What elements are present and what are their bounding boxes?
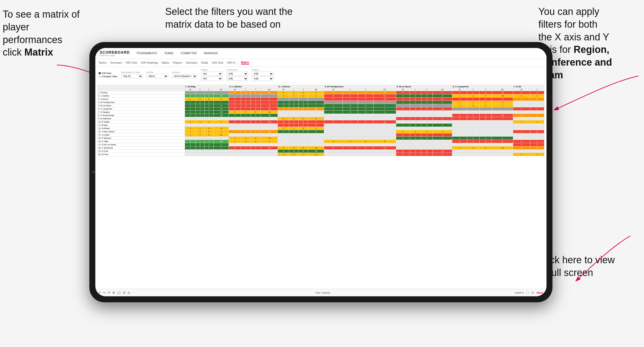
matrix-cell: 0	[298, 120, 308, 124]
nav-committee[interactable]: COMMITTEE	[180, 52, 198, 55]
matrix-cell: 1	[278, 94, 289, 98]
nav-rankings[interactable]: RANKINGS	[203, 52, 219, 55]
matrix-cell: 0	[324, 146, 343, 150]
matrix-cell: 1	[185, 130, 196, 133]
redo-icon[interactable]: ↪	[103, 291, 106, 294]
player-name: 20. M Ford	[98, 153, 185, 156]
matrix-cell: 0	[229, 101, 241, 104]
tab-players[interactable]: Players	[173, 61, 182, 64]
matrix-cell: 1	[513, 120, 530, 124]
minus-icon[interactable]: ⊟	[123, 291, 125, 294]
matrix-cell: 0	[421, 153, 432, 156]
tab-h2h-h[interactable]: H2H H...	[227, 61, 237, 64]
matrix-cell: 3	[530, 130, 544, 133]
tab-h2h-heatmap[interactable]: H2H Heatmap	[141, 61, 158, 64]
fullscreen-icon[interactable]: ⛶	[526, 291, 529, 294]
matrix-cell	[358, 127, 373, 130]
sh-6-dif: Dif	[492, 88, 513, 91]
tab-teams[interactable]: Teams	[99, 61, 106, 64]
nav-tournaments[interactable]: TOURNAMENTS	[135, 52, 158, 55]
tab-summary2[interactable]: Summary	[186, 61, 197, 64]
matrix-cell	[298, 114, 308, 117]
matrix-cell	[289, 140, 298, 143]
matrix-cell: 0	[251, 130, 261, 133]
max-players-select[interactable]: Top 25	[121, 74, 143, 78]
matrix-cell: 1	[308, 127, 324, 130]
matrix-cell: 3	[278, 153, 289, 156]
matrix-cell: 1	[308, 104, 324, 107]
full-view-radio[interactable]: Full View	[99, 72, 117, 75]
tab-h2h-grid2[interactable]: H2H Grid	[212, 61, 223, 64]
division-select[interactable]: NCAA Division I	[172, 74, 197, 78]
matrix-cell	[530, 111, 544, 114]
matrix-cell: 4	[289, 107, 298, 111]
tab-summary[interactable]: Summary	[110, 61, 122, 64]
matrix-cell: 0	[358, 107, 373, 111]
matrix-cell: 2	[452, 137, 467, 140]
matrix-cell	[373, 143, 396, 146]
matrix-cell: 8	[373, 140, 396, 143]
matrix-cell: 0	[289, 101, 298, 104]
watch-button[interactable]: Watch ▾	[515, 291, 524, 294]
matrix-cell	[530, 137, 544, 140]
sh-3-dif: Dif	[308, 88, 324, 91]
tab-detail[interactable]: Detail	[201, 61, 208, 64]
matrix-cell: 0	[343, 107, 358, 111]
plus-icon[interactable]: ⊕	[112, 291, 115, 294]
nav-teams[interactable]: TEAMS	[163, 52, 174, 55]
ann-right-line1: You can apply	[538, 6, 599, 17]
matrix-cell	[358, 137, 373, 140]
matrix-cell	[298, 111, 308, 114]
matrix-cell: 0	[421, 98, 432, 101]
refresh-icon[interactable]: ⟳	[108, 291, 110, 294]
matrix-cell	[452, 111, 467, 114]
matrix-cell	[467, 111, 479, 114]
player-name: 17. S De La Fuente	[98, 143, 185, 146]
region-select2[interactable]: N/A	[201, 76, 223, 81]
matrix-cell	[467, 127, 479, 130]
settings-icon[interactable]: ⚙	[532, 291, 534, 294]
matrix-cell: 11	[432, 98, 452, 101]
matrix-cell	[421, 114, 432, 117]
tab-h2h-grid[interactable]: H2H Grid	[126, 61, 137, 64]
matrix-cell: 13	[432, 150, 452, 153]
matrix-cell: 1	[467, 140, 479, 143]
matrix-cell	[343, 153, 358, 156]
matrix-cell: 0	[396, 91, 410, 94]
table-row: 13. J Skov Olesen110-3120-151001220-113	[98, 130, 544, 133]
gender-select[interactable]: Men's	[147, 74, 168, 78]
undo-icon[interactable]: ↩	[99, 291, 101, 294]
players-select2[interactable]: (All)	[252, 76, 274, 81]
grid-icon[interactable]: ⬜	[117, 291, 121, 294]
matrix-cell	[213, 117, 229, 120]
conference-select2[interactable]: (All)	[226, 76, 248, 81]
matrix-cell: 0	[479, 91, 492, 94]
matrix-cell	[373, 130, 396, 133]
matrix-cell: -1	[432, 130, 452, 133]
players-select1[interactable]: (All)	[252, 72, 274, 76]
matrix-cell	[289, 111, 298, 114]
share-button[interactable]: Share	[536, 291, 543, 294]
circle-icon[interactable]: ◎	[128, 291, 130, 294]
region-select1[interactable]: N/A	[201, 72, 223, 76]
sh-1-t: T	[204, 88, 213, 91]
tablet-camera	[92, 171, 95, 174]
tab-matrix-active[interactable]: Matrix	[241, 61, 249, 65]
matrix-cell	[196, 137, 204, 140]
tablet-screen: SCOREBOARD Powered by clippd TOURNAMENTS…	[95, 48, 547, 296]
matrix-cell: 1	[229, 104, 241, 107]
matrix-cell	[479, 130, 492, 133]
compact-view-radio[interactable]: Compact View	[99, 75, 117, 78]
matrix-cell: -15	[261, 130, 278, 133]
player-name: 15. P Maichon	[98, 137, 185, 140]
tab-matrix[interactable]: Matrix	[162, 61, 169, 64]
table-row: 8. P Summerhays512-48200-16010-1312	[98, 114, 544, 117]
matrix-cell	[204, 153, 213, 156]
matrix-cell: 1	[241, 107, 251, 111]
matrix-cell: 0	[343, 111, 358, 114]
matrix-cell: 4	[278, 104, 289, 107]
player-name: 14. J Lundin	[98, 133, 185, 137]
conference-select1[interactable]: (All)	[226, 72, 248, 76]
matrix-cell: 0	[298, 150, 308, 153]
matrix-cell	[241, 117, 251, 120]
